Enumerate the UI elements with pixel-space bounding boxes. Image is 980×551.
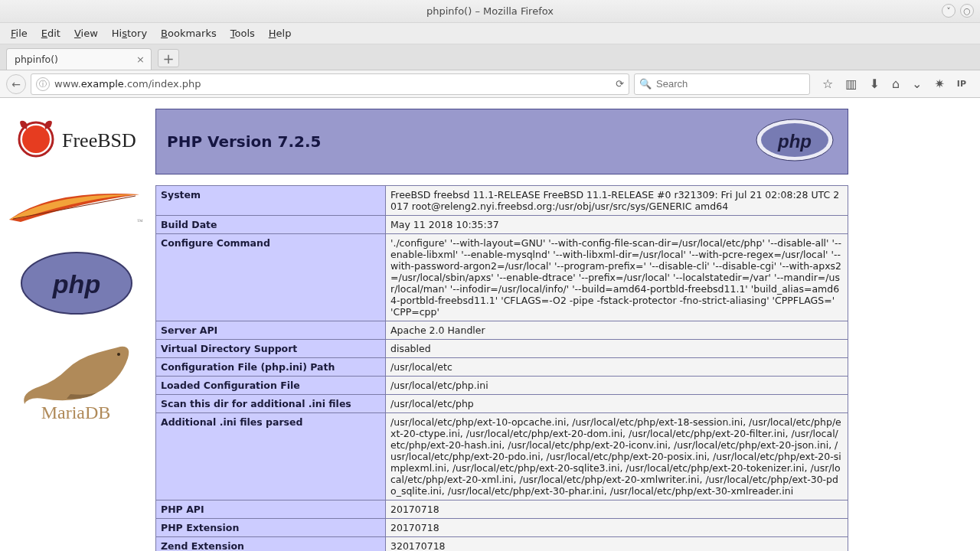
php-header-logo: php [753, 117, 837, 166]
apache-logo: ™ [5, 185, 147, 227]
table-row: Zend Extension320170718 [156, 537, 848, 552]
menu-view[interactable]: View [74, 28, 98, 39]
page-content: FreeBSD ™ php [0, 98, 980, 551]
arrow-left-icon: ← [11, 78, 21, 90]
back-button[interactable]: ← [6, 74, 26, 94]
info-value: './configure' '--with-layout=GNU' '--wit… [386, 234, 848, 321]
table-row: Loaded Configuration File/usr/local/etc/… [156, 377, 848, 395]
info-key: Build Date [156, 216, 386, 234]
info-value: Apache 2.0 Handler [386, 321, 848, 340]
tab-title: phpinfo() [15, 54, 58, 65]
table-row: PHP Extension20170718 [156, 519, 848, 537]
table-row: Virtual Directory Supportdisabled [156, 340, 848, 358]
phpinfo-header: PHP Version 7.2.5 php [155, 109, 848, 174]
svg-text:™: ™ [137, 218, 143, 225]
info-value: /usr/local/etc/php/ext-10-opcache.ini, /… [386, 413, 848, 500]
table-row: Server APIApache 2.0 Handler [156, 321, 848, 340]
downloads-icon[interactable]: ⬇ [869, 77, 879, 91]
svg-point-6 [117, 353, 120, 356]
sidebar-logos: FreeBSD ™ php [0, 98, 149, 423]
ip-icon[interactable]: IP [957, 79, 966, 89]
mariadb-text: MariaDB [41, 403, 111, 422]
info-key: Scan this dir for additional .ini files [156, 395, 386, 413]
svg-text:FreeBSD: FreeBSD [62, 129, 136, 152]
info-key: Virtual Directory Support [156, 340, 386, 358]
library-icon[interactable]: ▥ [845, 77, 857, 91]
window-maximize-button[interactable]: ○ [960, 4, 974, 18]
info-key: PHP Extension [156, 519, 386, 537]
menu-help[interactable]: Help [269, 28, 292, 39]
toolbar-icons: ☆ ▥ ⬇ ⌂ ⌄ ✷ IP [815, 77, 974, 91]
info-icon[interactable]: ⓘ [36, 77, 50, 91]
reload-icon[interactable]: ⟳ [616, 78, 624, 90]
menu-tools[interactable]: Tools [230, 28, 255, 39]
url-text: www.example.com/index.php [54, 78, 616, 90]
info-key: System [156, 186, 386, 216]
menubar: File Edit View History Bookmarks Tools H… [0, 23, 980, 44]
info-value: 20170718 [386, 519, 848, 537]
info-key: Zend Extension [156, 537, 386, 552]
info-value: 20170718 [386, 500, 848, 519]
info-value: disabled [386, 340, 848, 358]
table-row: Configure Command'./configure' '--with-l… [156, 234, 848, 321]
info-key: Additional .ini files parsed [156, 413, 386, 500]
search-input[interactable] [656, 78, 805, 90]
table-row: Additional .ini files parsed/usr/local/e… [156, 413, 848, 500]
nav-toolbar: ← ⓘ www.example.com/index.php ⟳ 🔍 ☆ ▥ ⬇ … [0, 70, 980, 98]
info-key: Configuration File (php.ini) Path [156, 358, 386, 377]
tab-active[interactable]: phpinfo() × [6, 48, 152, 70]
php-version-heading: PHP Version 7.2.5 [167, 132, 321, 151]
window-title: phpinfo() – Mozilla Firefox [426, 5, 554, 17]
info-key: PHP API [156, 500, 386, 519]
table-row: Scan this dir for additional .ini files/… [156, 395, 848, 413]
bookmark-star-icon[interactable]: ☆ [822, 77, 833, 91]
home-icon[interactable]: ⌂ [892, 77, 900, 91]
addon-icon[interactable]: ✷ [934, 77, 944, 91]
info-key: Loaded Configuration File [156, 377, 386, 395]
table-row: Build DateMay 11 2018 10:35:37 [156, 216, 848, 234]
menu-file[interactable]: File [11, 28, 28, 39]
freebsd-logo: FreeBSD [11, 110, 142, 164]
table-row: SystemFreeBSD freebsd 11.1-RELEASE FreeB… [156, 186, 848, 216]
search-bar[interactable]: 🔍 [634, 73, 810, 95]
window-minimize-button[interactable]: ˅ [942, 4, 956, 18]
tab-close-icon[interactable]: × [136, 54, 145, 65]
pocket-icon[interactable]: ⌄ [912, 77, 922, 91]
search-icon: 🔍 [639, 78, 652, 90]
new-tab-button[interactable]: + [158, 49, 179, 67]
table-row: Configuration File (php.ini) Path/usr/lo… [156, 358, 848, 377]
info-value: May 11 2018 10:35:37 [386, 216, 848, 234]
info-key: Server API [156, 321, 386, 340]
menu-history[interactable]: History [112, 28, 147, 39]
info-value: /usr/local/etc [386, 358, 848, 377]
svg-text:php: php [51, 269, 100, 298]
table-row: PHP API20170718 [156, 500, 848, 519]
php-logo: php [15, 249, 138, 318]
tabbar: phpinfo() × + [0, 44, 980, 70]
info-key: Configure Command [156, 234, 386, 321]
info-value: 320170718 [386, 537, 848, 552]
menu-edit[interactable]: Edit [41, 28, 60, 39]
svg-point-1 [22, 126, 50, 153]
url-bar[interactable]: ⓘ www.example.com/index.php ⟳ [31, 73, 629, 95]
phpinfo-main: PHP Version 7.2.5 php SystemFreeBSD free… [149, 98, 980, 551]
window-titlebar: phpinfo() – Mozilla Firefox ˅ ○ [0, 0, 980, 23]
menu-bookmarks[interactable]: Bookmarks [161, 28, 217, 39]
mariadb-logo: MariaDB [13, 339, 139, 423]
info-value: FreeBSD freebsd 11.1-RELEASE FreeBSD 11.… [386, 186, 848, 216]
info-value: /usr/local/etc/php.ini [386, 377, 848, 395]
info-value: /usr/local/etc/php [386, 395, 848, 413]
svg-text:php: php [777, 131, 812, 152]
phpinfo-table: SystemFreeBSD freebsd 11.1-RELEASE FreeB… [155, 185, 848, 551]
